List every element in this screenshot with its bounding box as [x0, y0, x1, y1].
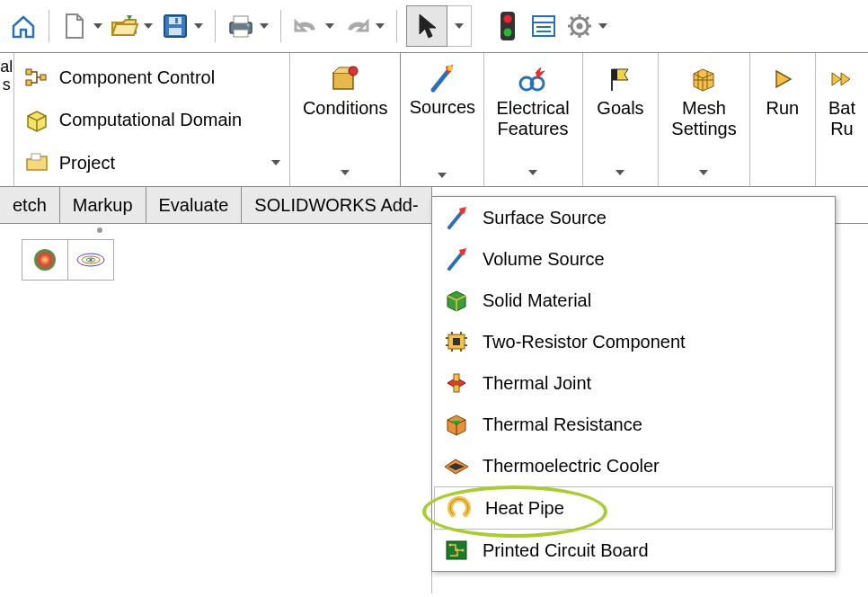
svg-rect-55 [454, 385, 459, 392]
menu-item-thermal-resistance[interactable]: Thermal Resistance [432, 404, 835, 445]
svg-point-16 [577, 23, 583, 30]
component-control-item[interactable]: Component Control [23, 58, 280, 97]
menu-label: Thermoelectric Cooler [483, 456, 660, 477]
open-button[interactable] [109, 8, 141, 44]
svg-line-31 [433, 72, 447, 90]
tab-evaluate[interactable]: Evaluate [146, 187, 243, 223]
project-item[interactable]: Project [23, 144, 280, 183]
conditions-caret[interactable] [341, 170, 350, 175]
computational-domain-icon [23, 109, 50, 132]
svg-line-22 [586, 32, 589, 35]
goals-group: Goals [583, 53, 660, 186]
svg-rect-36 [612, 69, 617, 80]
computational-domain-label: Computational Domain [59, 110, 242, 130]
menu-item-thermal-joint[interactable]: Thermal Joint [432, 362, 835, 404]
project-icon [23, 152, 50, 174]
sources-button[interactable]: Sources [410, 54, 474, 185]
pipe-icon [446, 496, 473, 520]
home-button[interactable] [7, 8, 40, 44]
svg-point-32 [447, 66, 453, 71]
svg-line-23 [586, 17, 589, 20]
tab-addins-label: SOLIDWORKS Add- [254, 195, 418, 216]
electrical-caret[interactable] [528, 170, 537, 175]
goals-caret[interactable] [616, 170, 624, 175]
svg-line-21 [571, 17, 573, 20]
svg-rect-26 [26, 80, 31, 85]
electrical-icon [518, 62, 548, 96]
cut-label: al s [0, 58, 13, 94]
mesh-button[interactable]: Mesh Settings [668, 58, 740, 183]
menu-item-heat-pipe[interactable]: Heat Pipe [434, 486, 833, 530]
electrical-button[interactable]: Electrical Features [492, 58, 572, 183]
mesh-caret[interactable] [699, 170, 708, 175]
menu-item-surface-source[interactable]: Surface Source [432, 197, 835, 238]
project-dropdown-caret[interactable] [271, 160, 280, 165]
menu-item-pcb[interactable]: Printed Circuit Board [432, 530, 835, 571]
goals-icon [607, 62, 633, 96]
pcb-icon [443, 539, 470, 561]
menu-label: Printed Circuit Board [483, 540, 649, 561]
save-button[interactable] [159, 8, 191, 44]
undo-button[interactable] [290, 8, 323, 44]
print-button[interactable] [225, 8, 257, 44]
menu-label: Thermal Resistance [483, 414, 642, 435]
tab-markup-label: Markup [73, 195, 133, 216]
box-green-icon [443, 289, 470, 312]
save-dropdown[interactable] [191, 8, 206, 44]
sources-label: Sources [410, 97, 475, 118]
menu-item-volume-source[interactable]: Volume Source [432, 238, 835, 280]
sources-group: Sources [400, 53, 484, 187]
run-group: Run [750, 53, 816, 186]
svg-rect-28 [31, 154, 40, 160]
menu-label: Two-Resistor Component [483, 332, 686, 352]
options-button[interactable] [527, 8, 560, 44]
sources-icon [428, 61, 456, 95]
svg-point-58 [449, 544, 452, 547]
batch-button[interactable]: Bat Ru [825, 58, 859, 183]
print-dropdown[interactable] [257, 8, 271, 44]
tab-sketch[interactable]: etch [0, 187, 60, 223]
sources-dropdown-menu: Surface Source Volume Source Solid Mater… [431, 196, 836, 572]
tab-addins[interactable]: SOLIDWORKS Add- [242, 187, 431, 223]
tab-markup[interactable]: Markup [60, 187, 146, 223]
project-label: Project [59, 153, 115, 174]
sources-caret[interactable] [438, 173, 447, 178]
new-document-dropdown[interactable] [91, 8, 105, 44]
goals-button[interactable]: Goals [592, 58, 650, 183]
new-document-button[interactable] [58, 8, 91, 44]
svg-rect-45 [453, 338, 460, 345]
svg-rect-3 [175, 18, 178, 23]
electrical-group: Electrical Features [483, 53, 582, 186]
box-orange-icon [443, 413, 470, 436]
component-control-icon [23, 67, 50, 89]
redo-button[interactable] [341, 8, 373, 44]
svg-rect-5 [234, 16, 248, 23]
ribbon: al s Component Control Computational Dom… [0, 53, 868, 187]
conditions-button[interactable]: Conditions [299, 58, 392, 183]
open-dropdown[interactable] [141, 8, 155, 44]
undo-dropdown[interactable] [323, 8, 337, 44]
mesh-icon [690, 62, 717, 96]
settings-button[interactable] [563, 8, 596, 44]
run-button[interactable]: Run [759, 58, 806, 183]
menu-item-solid-material[interactable]: Solid Material [432, 280, 835, 321]
joint-icon [443, 372, 470, 394]
settings-dropdown[interactable] [596, 8, 610, 44]
select-dropdown[interactable] [447, 5, 472, 47]
workspace-panel [0, 234, 432, 593]
electrical-label: Electrical Features [496, 98, 569, 139]
batch-group: Bat Ru [816, 53, 868, 186]
cooler-icon [443, 456, 470, 476]
menu-item-two-resistor[interactable]: Two-Resistor Component [432, 321, 835, 362]
svg-point-9 [504, 15, 512, 23]
menu-label: Heat Pipe [485, 498, 564, 519]
batch-label: Bat Ru [828, 98, 855, 139]
traffic-light-icon[interactable] [492, 8, 524, 44]
svg-line-43 [449, 254, 461, 269]
select-button[interactable] [406, 5, 447, 47]
computational-domain-item[interactable]: Computational Domain [23, 101, 280, 139]
redo-dropdown[interactable] [373, 8, 387, 44]
conditions-label: Conditions [303, 98, 388, 119]
menu-label: Surface Source [483, 208, 607, 228]
menu-item-thermoelectric-cooler[interactable]: Thermoelectric Cooler [432, 445, 835, 486]
